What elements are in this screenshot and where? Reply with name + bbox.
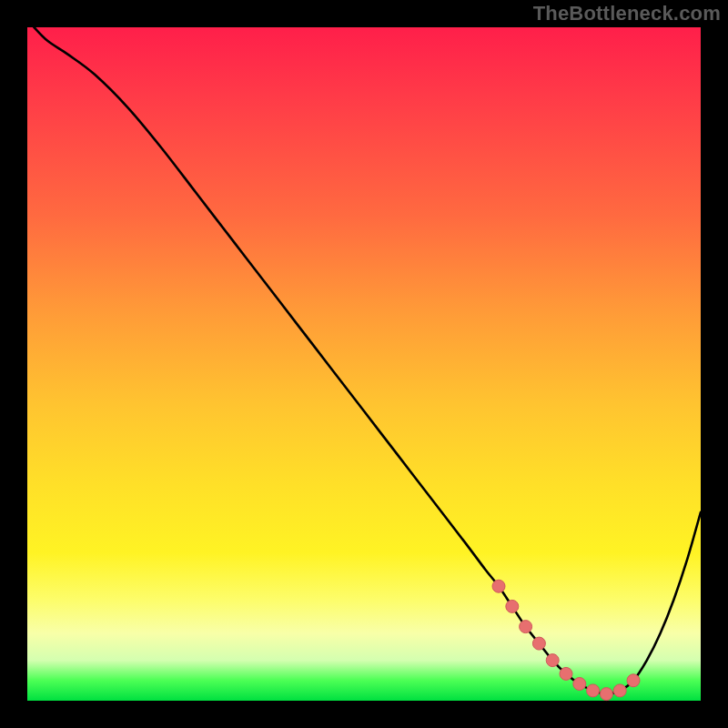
- optimal-marker: [506, 600, 519, 612]
- optimal-marker: [587, 684, 600, 697]
- optimal-marker: [573, 678, 586, 691]
- optimal-marker: [546, 654, 559, 667]
- optimal-range-markers: [492, 580, 640, 700]
- optimal-marker: [520, 621, 532, 633]
- optimal-marker: [600, 688, 612, 701]
- optimal-marker: [627, 674, 640, 687]
- optimal-marker: [532, 637, 545, 650]
- watermark-text: TheBottleneck.com: [533, 2, 721, 25]
- bottleneck-curve-path: [34, 27, 701, 694]
- optimal-marker: [560, 667, 572, 680]
- optimal-marker: [492, 580, 505, 592]
- chart-container: TheBottleneck.com: [0, 0, 728, 728]
- bottleneck-curve-svg: [27, 27, 701, 701]
- optimal-marker: [613, 684, 626, 697]
